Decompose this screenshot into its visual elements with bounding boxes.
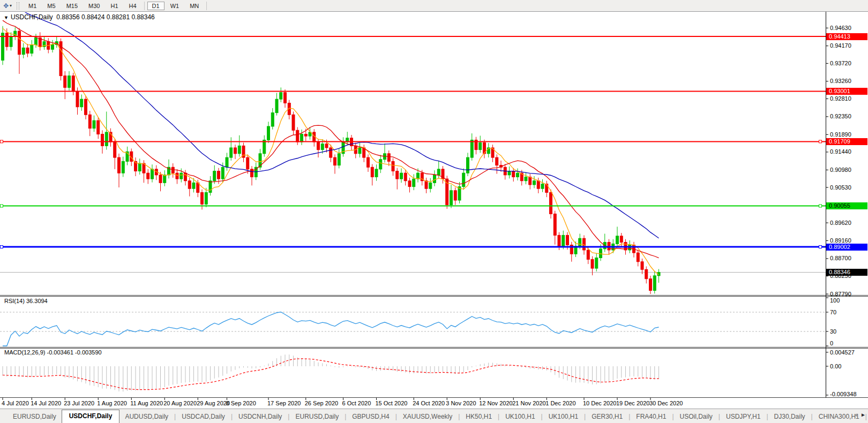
date-axis-label: 20 Aug 2020 (163, 400, 197, 406)
date-axis-label: 1 Aug 2020 (97, 400, 127, 406)
price-axis-label: 0.92810 (830, 96, 851, 102)
chart-symbol-label: USDCHF,Daily (11, 13, 53, 21)
price-axis-label: 0.94170 (830, 43, 851, 49)
hline-handle[interactable] (1, 205, 3, 207)
date-axis-label: 1 Dec 2020 (545, 400, 575, 406)
price-axis-label: 0.91440 (830, 149, 851, 155)
price-axis-label: 0.94630 (830, 25, 851, 31)
tab-scroll-right-icon[interactable]: ► (860, 412, 866, 418)
price-level-badge-0.89002: 0.89002 (826, 244, 867, 251)
date-axis-label: 8 Sep 2020 (226, 400, 256, 406)
price-axis-label: 0.90980 (830, 167, 851, 173)
date-axis-label: 21 Nov 2020 (512, 400, 545, 406)
date-axis-label: 19 Dec 2020 (616, 400, 649, 406)
macd-indicator-label: MACD(12,26,9) -0.003461 -0.003590 (4, 349, 102, 356)
macd-signal-line (3, 359, 659, 390)
date-axis-label: 12 Nov 2020 (479, 400, 512, 406)
date-axis-label: 11 Aug 2020 (130, 400, 163, 406)
date-axis-label: 17 Sep 2020 (267, 400, 301, 406)
chart-ohlc-values: 0.88356 0.88424 0.88281 0.88346 (56, 13, 155, 21)
macd-axis-label: -0.009348 (830, 391, 857, 397)
date-axis-label: 30 Dec 2020 (649, 400, 683, 406)
tab-scroll-left-icon[interactable]: ◄ (853, 412, 858, 418)
macd-values: -0.003461 -0.003590 (47, 349, 101, 356)
date-axis-label: 15 Oct 2020 (376, 400, 408, 406)
hline-handle[interactable] (819, 246, 822, 248)
date-axis-label: 24 Oct 2020 (413, 400, 445, 406)
date-axis-label: 29 Aug 2020 (197, 400, 230, 406)
price-level-badge-0.93001: 0.93001 (826, 88, 867, 95)
date-axis-label: 6 Oct 2020 (342, 400, 371, 406)
chart-title: ▼USDCHF,Daily 0.88356 0.88424 0.88281 0.… (4, 13, 155, 21)
date-axis-label: 10 Dec 2020 (583, 400, 616, 406)
candlestick-series (2, 26, 661, 294)
price-axis-label: 0.92350 (830, 114, 851, 119)
price-axis-label: 0.90530 (830, 185, 851, 191)
rsi-indicator-label: RSI(14) 36.3094 (4, 298, 48, 304)
date-axis-label: 4 Jul 2020 (2, 400, 29, 406)
price-axis-label: 0.87790 (830, 291, 851, 297)
price-level-badge-0.91709: 0.91709 (826, 138, 867, 145)
price-axis-label: 0.91890 (830, 132, 851, 138)
price-axis-label: 0.93720 (830, 61, 851, 66)
macd-histogram (3, 354, 659, 391)
date-axis-label: 23 Jul 2020 (64, 400, 94, 406)
price-axis-label: 0.89620 (830, 220, 851, 226)
date-axis-label: 26 Sep 2020 (305, 400, 338, 406)
macd-axis-label: 0.00 (830, 364, 841, 369)
rsi-line (3, 312, 659, 346)
hline-0.90055[interactable] (0, 205, 826, 207)
price-axis-label: 0.93260 (830, 78, 851, 84)
rsi-value: 36.3094 (26, 298, 48, 304)
chart-canvas[interactable] (0, 0, 868, 423)
hline-handle[interactable] (1, 140, 3, 143)
rsi-axis-label: 0 (830, 341, 833, 346)
chart-title-caret-icon[interactable]: ▼ (4, 15, 9, 20)
hline-0.91709[interactable] (0, 140, 826, 143)
hline-0.89002[interactable] (0, 246, 826, 248)
rsi-name: RSI(14) (4, 298, 25, 304)
hline-handle[interactable] (819, 140, 822, 143)
price-axis-label: 0.89160 (830, 238, 851, 244)
hline-handle[interactable] (1, 246, 3, 248)
current-price-badge: 0.88346 (826, 269, 867, 276)
macd-axis-label: 0.004527 (830, 350, 855, 356)
price-level-badge-0.94413: 0.94413 (826, 33, 867, 40)
price-level-badge-0.90055: 0.90055 (826, 202, 867, 209)
date-axis-label: 3 Nov 2020 (446, 400, 476, 406)
rsi-axis-label: 70 (830, 309, 836, 315)
rsi-axis-label: 30 (830, 329, 836, 335)
date-axis-label: 14 Jul 2020 (31, 400, 61, 406)
rsi-axis-label: 100 (830, 298, 840, 304)
price-axis-label: 0.88700 (830, 255, 851, 261)
hline-handle[interactable] (819, 205, 822, 207)
macd-name: MACD(12,26,9) (4, 349, 45, 356)
